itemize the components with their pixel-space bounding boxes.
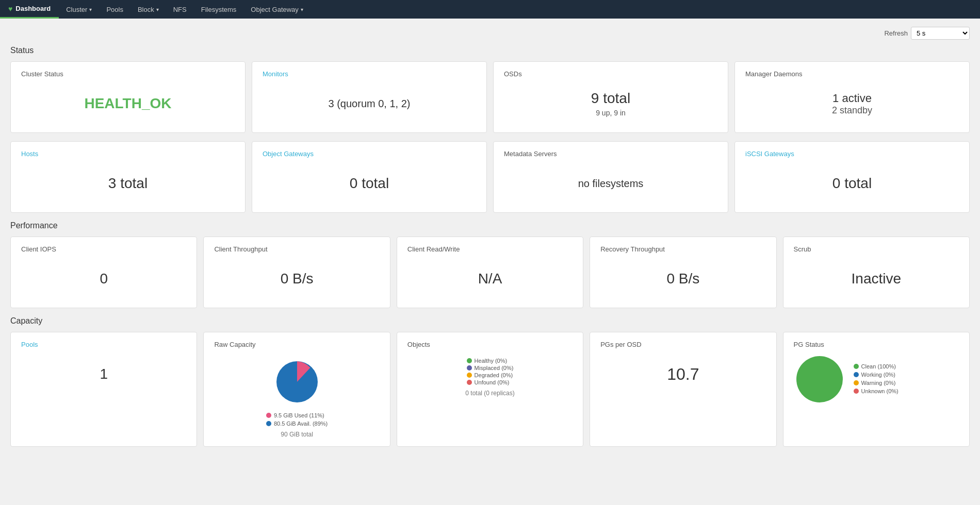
raw-capacity-title: Raw Capacity bbox=[214, 341, 379, 348]
osds-title: OSDs bbox=[504, 70, 717, 78]
pools-value: 1 bbox=[100, 366, 108, 382]
pg-status-card: PG Status Clean (100%)Working (0%)Warnin… bbox=[783, 332, 970, 447]
client-iops-title: Client IOPS bbox=[21, 245, 186, 253]
caret-icon: ▾ bbox=[301, 7, 303, 12]
osds-card: OSDs 9 total 9 up, 9 in bbox=[493, 61, 728, 133]
status-section-title: Status bbox=[10, 46, 970, 55]
client-throughput-card: Client Throughput 0 B/s bbox=[203, 237, 390, 308]
iscsi-gateways-card: iSCSI Gateways 0 total bbox=[734, 141, 970, 213]
raw-capacity-card: Raw Capacity 9.5 GiB Used (11%) bbox=[203, 332, 390, 447]
pg-legend-dot bbox=[854, 364, 859, 369]
hosts-link[interactable]: Hosts bbox=[21, 150, 235, 158]
hosts-card: Hosts 3 total bbox=[10, 141, 246, 213]
nav-item-block[interactable]: Block ▾ bbox=[130, 0, 166, 19]
scrub-card: Scrub Inactive bbox=[783, 237, 970, 308]
monitors-value: 3 (quorum 0, 1, 2) bbox=[329, 98, 411, 110]
objects-legend-label: Degraded (0%) bbox=[475, 372, 513, 378]
performance-section-title: Performance bbox=[10, 221, 970, 230]
objects-legend-dot bbox=[467, 380, 472, 385]
cluster-status-title: Cluster Status bbox=[21, 70, 235, 78]
client-throughput-value: 0 B/s bbox=[281, 271, 314, 287]
pg-status-legend: Clean (100%)Working (0%)Warning (0%)Unkn… bbox=[854, 363, 899, 395]
manager-active-value: 1 active bbox=[832, 92, 872, 105]
pg-legend-item: Warning (0%) bbox=[854, 380, 899, 386]
monitors-link[interactable]: Monitors bbox=[263, 70, 476, 78]
scrub-value: Inactive bbox=[852, 271, 902, 287]
iscsi-gateways-link[interactable]: iSCSI Gateways bbox=[745, 150, 959, 158]
objects-legend-item: Degraded (0%) bbox=[467, 372, 514, 378]
heart-icon: ♥ bbox=[8, 5, 12, 13]
objects-legend-item: Healthy (0%) bbox=[467, 358, 514, 364]
objects-legend: Healthy (0%)Misplaced (0%)Degraded (0%)U… bbox=[467, 358, 514, 386]
scrub-title: Scrub bbox=[794, 245, 959, 253]
nav-item-cluster[interactable]: Cluster ▾ bbox=[59, 0, 99, 19]
pools-card: Pools 1 bbox=[10, 332, 197, 447]
caret-icon: ▾ bbox=[156, 7, 159, 12]
objects-legend-item: Misplaced (0%) bbox=[467, 365, 514, 371]
cluster-status-card: Cluster Status HEALTH_OK bbox=[10, 61, 246, 133]
pgs-per-osd-value: 10.7 bbox=[667, 365, 699, 384]
metadata-servers-card: Metadata Servers no filesystems bbox=[493, 141, 728, 213]
raw-capacity-chart: 9.5 GiB Used (11%) 80.5 GiB Avail. (89%)… bbox=[214, 354, 379, 438]
objects-legend-label: Misplaced (0%) bbox=[475, 365, 514, 371]
nav-item-nfs[interactable]: NFS bbox=[166, 0, 194, 19]
nav-brand[interactable]: ♥ Dashboard bbox=[0, 0, 59, 19]
raw-capacity-total: 90 GiB total bbox=[281, 431, 313, 438]
manager-daemons-card: Manager Daemons 1 active 2 standby bbox=[734, 61, 970, 133]
raw-avail-dot bbox=[266, 421, 271, 426]
nav-item-object-gateway[interactable]: Object Gateway ▾ bbox=[243, 0, 311, 19]
pools-link[interactable]: Pools bbox=[21, 341, 186, 348]
refresh-label: Refresh bbox=[884, 29, 908, 37]
object-gateways-card: Object Gateways 0 total bbox=[252, 141, 487, 213]
pg-legend-dot bbox=[854, 389, 859, 394]
capacity-section-title: Capacity bbox=[10, 316, 970, 326]
object-gateways-value: 0 total bbox=[350, 175, 389, 192]
objects-card: Objects Healthy (0%)Misplaced (0%)Degrad… bbox=[397, 332, 583, 447]
raw-used-label: 9.5 GiB Used (11%) bbox=[274, 412, 324, 418]
pg-status-content: Clean (100%)Working (0%)Warning (0%)Unkn… bbox=[794, 354, 959, 405]
objects-legend-label: Unfound (0%) bbox=[475, 379, 510, 385]
nav-item-pools[interactable]: Pools bbox=[99, 0, 130, 19]
objects-legend-label: Healthy (0%) bbox=[475, 358, 508, 364]
raw-avail-label: 80.5 GiB Avail. (89%) bbox=[274, 420, 328, 427]
pg-legend-label: Working (0%) bbox=[861, 372, 895, 378]
client-throughput-title: Client Throughput bbox=[214, 245, 379, 253]
object-gateways-link[interactable]: Object Gateways bbox=[263, 150, 476, 158]
client-iops-value: 0 bbox=[100, 271, 108, 287]
status-row-2: Hosts 3 total Object Gateways 0 total Me… bbox=[10, 141, 970, 213]
pg-legend-dot bbox=[854, 380, 859, 385]
client-read-write-title: Client Read/Write bbox=[407, 245, 573, 253]
svg-point-1 bbox=[796, 356, 843, 402]
cluster-status-value: HEALTH_OK bbox=[84, 95, 171, 112]
iscsi-gateways-value: 0 total bbox=[832, 175, 872, 192]
main-content: Refresh 1 s 5 s 10 s 30 s No Refresh Sta… bbox=[0, 19, 980, 463]
raw-used-legend: 9.5 GiB Used (11%) bbox=[266, 412, 328, 418]
client-iops-card: Client IOPS 0 bbox=[10, 237, 197, 308]
recovery-throughput-card: Recovery Throughput 0 B/s bbox=[590, 237, 776, 308]
objects-legend-dot bbox=[467, 365, 472, 371]
client-read-write-value: N/A bbox=[478, 271, 502, 287]
status-row-1: Cluster Status HEALTH_OK Monitors 3 (quo… bbox=[10, 61, 970, 133]
osds-sub: 9 up, 9 in bbox=[596, 109, 626, 117]
pgs-per-osd-title: PGs per OSD bbox=[600, 341, 765, 348]
pg-legend-item: Working (0%) bbox=[854, 372, 899, 378]
manager-daemons-title: Manager Daemons bbox=[745, 70, 959, 78]
pg-status-pie bbox=[794, 354, 845, 405]
metadata-servers-title: Metadata Servers bbox=[504, 150, 717, 158]
monitors-card: Monitors 3 (quorum 0, 1, 2) bbox=[252, 61, 487, 133]
pg-legend-dot bbox=[854, 372, 859, 377]
nav-brand-label: Dashboard bbox=[15, 5, 51, 12]
objects-legend-item: Unfound (0%) bbox=[467, 379, 514, 385]
objects-legend-dot bbox=[467, 373, 472, 378]
pg-legend-item: Unknown (0%) bbox=[854, 388, 899, 394]
capacity-row: Pools 1 Raw Capacity bbox=[10, 332, 970, 447]
objects-legend-dot bbox=[467, 358, 472, 363]
recovery-throughput-title: Recovery Throughput bbox=[600, 245, 765, 253]
nav-item-filesystems[interactable]: Filesystems bbox=[194, 0, 244, 19]
raw-capacity-pie bbox=[269, 354, 325, 410]
pgs-per-osd-card: PGs per OSD 10.7 bbox=[590, 332, 776, 447]
refresh-select[interactable]: 1 s 5 s 10 s 30 s No Refresh bbox=[911, 27, 970, 40]
metadata-servers-value: no filesystems bbox=[578, 178, 644, 190]
top-bar: Refresh 1 s 5 s 10 s 30 s No Refresh bbox=[10, 27, 970, 40]
raw-avail-legend: 80.5 GiB Avail. (89%) bbox=[266, 420, 328, 427]
